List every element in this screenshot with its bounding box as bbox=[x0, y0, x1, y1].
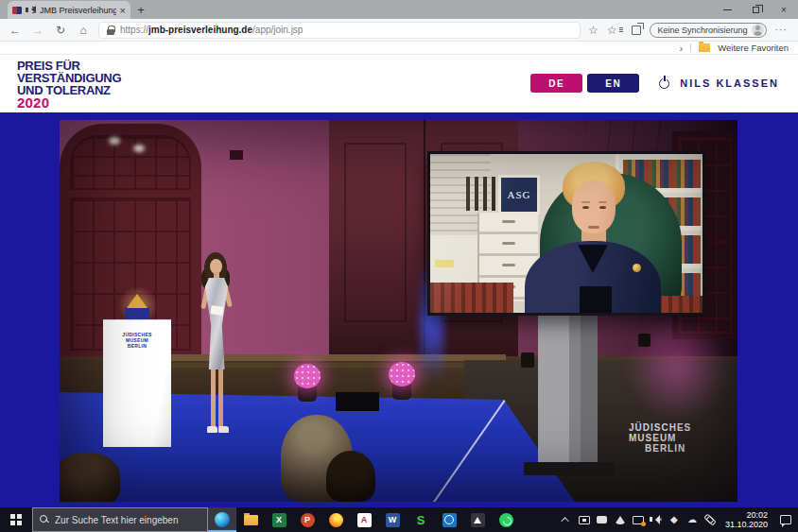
taskbar-clock[interactable]: 20:02 31.10.2020 bbox=[720, 510, 772, 529]
powerpoint-icon: P bbox=[301, 513, 315, 527]
page-header: PREIS FÜR VERSTÄNDIGUNG UND TOLERANZ 202… bbox=[0, 55, 798, 112]
outlook-icon bbox=[442, 513, 457, 527]
screen-reflection bbox=[430, 154, 703, 313]
search-icon bbox=[40, 515, 49, 524]
taskbar-app-file-explorer[interactable] bbox=[236, 507, 265, 532]
sync-status-label: Keine Synchronisierung bbox=[658, 26, 748, 35]
favorites-divider bbox=[690, 43, 691, 52]
window-controls: × bbox=[713, 0, 798, 19]
site-favicon-icon bbox=[12, 7, 22, 14]
trophy-base bbox=[125, 307, 149, 319]
tab-close-icon[interactable]: × bbox=[120, 5, 126, 16]
tray-volume-muted-icon[interactable]: × bbox=[649, 507, 664, 532]
audience-head bbox=[60, 453, 120, 502]
taskbar-app-outlook[interactable] bbox=[435, 507, 463, 532]
folder-icon bbox=[699, 43, 710, 52]
taskbar-apps: X P A W S bbox=[208, 507, 520, 532]
header-controls: DE EN NILS KLASSEN bbox=[530, 74, 779, 93]
screen-stand-base bbox=[524, 462, 615, 475]
pink-stage-light bbox=[389, 362, 415, 386]
tray-screenshare-icon[interactable] bbox=[631, 507, 646, 532]
acrobat-icon bbox=[471, 513, 485, 527]
settings-menu-button[interactable]: ··· bbox=[775, 25, 788, 35]
address-bar[interactable]: https://jmb-preisverleihung.de/app/join.… bbox=[98, 22, 581, 39]
taskbar-app-acrobat[interactable] bbox=[463, 507, 492, 532]
favorite-star-icon[interactable]: ☆ bbox=[588, 24, 598, 37]
taskbar-app-s[interactable]: S bbox=[407, 507, 435, 532]
access-icon: A bbox=[357, 513, 372, 527]
search-input[interactable] bbox=[55, 515, 200, 525]
taskbar-app-word[interactable]: W bbox=[378, 507, 407, 532]
clock-time: 20:02 bbox=[725, 510, 768, 520]
back-button[interactable]: ← bbox=[8, 24, 23, 37]
browser-toolbar: ← → ↻ ⌂ https://jmb-preisverleihung.de/a… bbox=[0, 19, 798, 42]
other-favorites-button[interactable]: Weitere Favoriten bbox=[718, 43, 789, 53]
stage-monitor-speaker bbox=[336, 392, 379, 411]
taskbar-app-edge[interactable] bbox=[208, 507, 236, 532]
edge-icon bbox=[215, 512, 230, 527]
start-button[interactable] bbox=[0, 507, 32, 532]
logo-year: 2020 bbox=[17, 96, 121, 109]
windows-taskbar: X P A W S × ◆ ☁ 20:02 31.10.2020 bbox=[0, 507, 798, 532]
wall-vent bbox=[230, 150, 243, 160]
livestream-video[interactable]: JÜDISCHES MUSEUM BERLIN bbox=[60, 120, 737, 502]
presenter-cue-cards bbox=[210, 305, 223, 316]
tray-onedrive-icon[interactable]: ☁ bbox=[685, 507, 700, 532]
small-stage-light bbox=[521, 352, 534, 368]
taskbar-app-excel[interactable]: X bbox=[265, 507, 293, 532]
new-tab-button[interactable]: + bbox=[130, 1, 151, 19]
firefox-icon bbox=[329, 513, 343, 527]
page-body: JÜDISCHES MUSEUM BERLIN bbox=[0, 112, 798, 507]
taskbar-app-powerpoint[interactable]: P bbox=[293, 507, 321, 532]
tray-display-icon[interactable] bbox=[577, 507, 592, 532]
forward-button[interactable]: → bbox=[30, 24, 45, 37]
pink-stage-light bbox=[294, 364, 321, 388]
lock-icon bbox=[107, 26, 114, 35]
profile-button[interactable]: Keine Synchronisierung bbox=[650, 23, 767, 38]
browser-titlebar: JMB Preisverleihung × + × bbox=[0, 0, 798, 19]
pink-wall-glow bbox=[627, 314, 731, 422]
toolbar-right: ☆ ☆ Keine Synchronisierung ··· bbox=[588, 23, 788, 38]
video-call-overlay: ASG bbox=[427, 151, 705, 316]
reload-button[interactable]: ↻ bbox=[53, 24, 68, 37]
url-path: /app/join.jsp bbox=[252, 25, 303, 35]
action-center-button[interactable] bbox=[780, 515, 791, 524]
window-restore-button[interactable] bbox=[741, 0, 770, 19]
user-name[interactable]: NILS KLASSEN bbox=[680, 77, 779, 89]
tab-audio-icon[interactable] bbox=[26, 6, 36, 14]
logout-power-icon[interactable] bbox=[659, 78, 669, 89]
award-trophy bbox=[127, 294, 147, 308]
clock-date: 31.10.2020 bbox=[725, 520, 768, 529]
tray-link-icon[interactable] bbox=[703, 507, 718, 532]
taskbar-app-access[interactable]: A bbox=[350, 507, 378, 532]
browser-tab[interactable]: JMB Preisverleihung × bbox=[8, 1, 130, 19]
taskbar-app-firefox[interactable] bbox=[321, 507, 350, 532]
url-domain: jmb-preisverleihung.de bbox=[148, 25, 252, 35]
taskbar-search[interactable] bbox=[32, 507, 208, 532]
tray-wifi-icon[interactable] bbox=[613, 507, 628, 532]
favorites-bar-icon[interactable]: ☆ bbox=[607, 24, 623, 37]
language-de-button[interactable]: DE bbox=[530, 74, 582, 93]
language-en-button[interactable]: EN bbox=[587, 74, 639, 93]
favorites-overflow-chevron-icon[interactable]: › bbox=[680, 43, 684, 54]
tray-device-icon[interactable] bbox=[595, 507, 610, 532]
small-stage-light bbox=[638, 334, 651, 347]
hidden-icons-button[interactable] bbox=[559, 507, 574, 532]
avatar-icon bbox=[752, 24, 764, 36]
s-app-icon: S bbox=[417, 513, 425, 527]
home-button[interactable]: ⌂ bbox=[76, 24, 91, 37]
file-explorer-icon bbox=[244, 515, 258, 525]
chevron-up-icon bbox=[561, 517, 568, 524]
audience-head bbox=[326, 451, 375, 502]
collections-icon[interactable] bbox=[632, 26, 641, 35]
windows-logo-icon bbox=[10, 514, 22, 525]
excel-icon: X bbox=[272, 513, 286, 527]
window-close-button[interactable]: × bbox=[770, 0, 798, 19]
word-icon: W bbox=[386, 513, 400, 527]
system-tray: × ◆ ☁ 20:02 31.10.2020 bbox=[559, 507, 798, 532]
screen-stand-pillar bbox=[538, 312, 598, 466]
tray-dropbox-icon[interactable]: ◆ bbox=[667, 507, 682, 532]
window-minimize-button[interactable] bbox=[713, 0, 741, 19]
podium-logo-text: JÜDISCHES MUSEUM BERLIN bbox=[103, 332, 171, 349]
taskbar-app-whatsapp[interactable] bbox=[492, 507, 520, 532]
